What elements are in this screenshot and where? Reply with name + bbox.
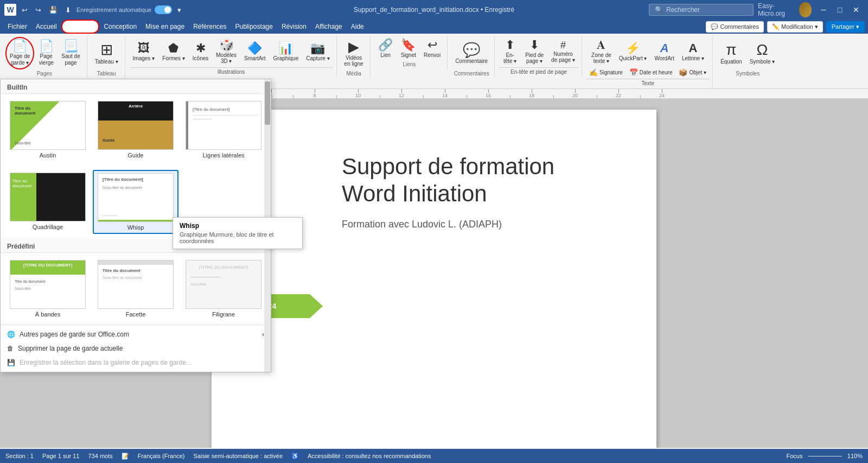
dp-item-filigrane[interactable]: [TITRE DU DOCUMENT] ———————— sous-titre …	[181, 257, 266, 320]
lettrine-button[interactable]: A Lettrine ▾	[679, 40, 707, 64]
modification-button[interactable]: ✏️ Modification ▾	[767, 21, 823, 33]
ribbon-group-symboles: π Équation Ω Symbole ▾ Symboles	[714, 36, 781, 79]
autosave-toggle[interactable]	[155, 5, 172, 14]
quickpart-button[interactable]: ⚡ QuickPart ▾	[616, 40, 650, 64]
title-bar: W ↩ ↪ 💾 ⬇ Enregistrement automatique ▾ S…	[0, 0, 868, 20]
commentaires-button[interactable]: 💬 Commentaires	[706, 21, 764, 33]
quick-access-button[interactable]: ⬇	[63, 5, 73, 15]
save-button[interactable]: 💾	[47, 5, 60, 15]
menu-fichier[interactable]: Fichier	[3, 21, 31, 33]
scrollbar-thumb[interactable]	[265, 81, 270, 125]
dp-item-a-bandes[interactable]: [TITRE DU DOCUMENT] Titre du document So…	[5, 257, 91, 320]
ruler-mark: 14	[434, 89, 456, 98]
capture-button[interactable]: 📷 Capture ▾	[303, 40, 333, 64]
restore-button[interactable]: □	[832, 2, 847, 17]
equation-button[interactable]: π Équation	[717, 37, 745, 69]
dp-thumb-a-bandes: [TITRE DU DOCUMENT] Titre du document So…	[10, 260, 86, 309]
page-vierge-button[interactable]: 📄 Pagevierge	[35, 38, 57, 68]
zone-de-texte-button[interactable]: 𝐀 Zone detexte ▾	[588, 37, 615, 66]
objet-icon: 📦	[679, 69, 687, 76]
status-autocomplete[interactable]: Saisie semi-automatique : activée	[194, 453, 283, 459]
search-box[interactable]: 🔍	[649, 4, 754, 16]
pied-de-page-button[interactable]: ⬇ Pied depage ▾	[522, 37, 547, 66]
page-de-garde-label: Page degarde ▾	[10, 53, 30, 66]
partager-button[interactable]: Partager ▾	[826, 21, 865, 33]
menu-revision[interactable]: Révision	[277, 21, 311, 33]
symboles-group-label: Symboles	[736, 71, 760, 77]
page-vierge-icon: 📄	[39, 40, 54, 52]
date-et-heure-button[interactable]: 📅 Date et heure	[627, 67, 675, 78]
ribbon-group-illustrations: 🖼 Images ▾ ⬟ Formes ▾ ✱ Icônes 🎲 Modèles…	[126, 36, 337, 77]
ruler-mark	[542, 95, 564, 98]
renvoi-button[interactable]: ↩ Renvoi	[420, 37, 444, 60]
minimize-button[interactable]: ─	[816, 2, 831, 17]
accessibility-icon: ♿	[291, 453, 299, 460]
menu-insertion[interactable]: Insertion	[61, 20, 100, 34]
ruler-mark	[456, 95, 477, 98]
ruler-mark	[412, 95, 434, 98]
status-language[interactable]: Français (France)	[138, 453, 185, 459]
dp-thumb-facette: Titre du document Sous-titre du document	[98, 260, 174, 309]
modeles-3d-icon: 🎲	[219, 39, 234, 51]
page-de-garde-button[interactable]: 📄 Page degarde ▾	[5, 37, 34, 69]
status-focus[interactable]: Focus	[787, 453, 803, 459]
dp-label-austin: Austin	[40, 152, 56, 158]
dp-item-guide[interactable]: Arrière Guide Guide	[93, 98, 178, 161]
graphique-button[interactable]: 📊 Graphique	[270, 40, 302, 64]
status-page[interactable]: Page 1 sur 11	[42, 453, 80, 459]
objet-button[interactable]: 📦 Objet ▾	[676, 67, 709, 78]
lien-button[interactable]: 🔗 Lien	[375, 37, 397, 60]
wordart-button[interactable]: A WordArt	[651, 40, 678, 64]
dp-item-whisp[interactable]: [Titre du document] Sous-titre du docume…	[93, 170, 178, 234]
signet-button[interactable]: 🔖 Signet	[398, 37, 419, 60]
menu-aide[interactable]: Aide	[347, 21, 368, 33]
liens-group-label: Liens	[403, 61, 416, 67]
close-button[interactable]: ✕	[848, 2, 864, 17]
dp-autres-pages[interactable]: 🌐 Autres pages de garde sur Office.com ›	[1, 327, 271, 341]
dp-supprimer[interactable]: 🗑 Supprimer la page de garde actuelle	[1, 341, 271, 356]
dp-item-quadrillage[interactable]: Titre dudocument Quadrillage	[5, 170, 91, 234]
undo-button[interactable]: ↩	[20, 5, 30, 15]
smartart-button[interactable]: 🔷 SmartArt	[241, 40, 269, 64]
icones-button[interactable]: ✱ Icônes	[189, 40, 212, 64]
menu-accueil[interactable]: Accueil	[31, 21, 61, 33]
title-bar-right: 🔍 Easy-Micro.org ─ □ ✕	[649, 2, 864, 17]
menu-references[interactable]: Références	[189, 21, 231, 33]
commentaire-button[interactable]: 💬 Commentaire	[452, 37, 491, 69]
avatar[interactable]	[799, 2, 812, 17]
entete-buttons: ⬆ En-tête ▾ ⬇ Pied depage ▾ # Numérode p…	[499, 37, 578, 66]
dp-item-facette[interactable]: Titre du document Sous-titre du document…	[93, 257, 178, 320]
zoom-slider[interactable]: ────────	[808, 453, 842, 459]
site-label: Easy-Micro.org	[758, 2, 795, 17]
status-words[interactable]: 734 mots	[88, 453, 112, 459]
menu-publipostage[interactable]: Publipostage	[231, 21, 277, 33]
menu-conception[interactable]: Conception	[99, 21, 141, 33]
entete-button[interactable]: ⬆ En-tête ▾	[499, 37, 521, 66]
dp-item-austin[interactable]: Titre dudocument Sous-titre Austin	[5, 98, 91, 161]
symboles-buttons: π Équation Ω Symbole ▾	[717, 37, 778, 69]
tableau-button[interactable]: ⊞ Tableau ▾	[92, 37, 122, 69]
saut-de-page-button[interactable]: 📃 Saut depage	[58, 38, 83, 68]
customize-toolbar-button[interactable]: ▾	[175, 5, 183, 15]
menu-affichage[interactable]: Affichage	[311, 21, 347, 33]
images-button[interactable]: 🖼 Images ▾	[130, 40, 158, 64]
search-input[interactable]	[666, 6, 748, 14]
redo-button[interactable]: ↪	[33, 5, 43, 15]
modeles-3d-button[interactable]: 🎲 Modèles3D ▾	[213, 37, 240, 66]
ribbon-group-entete-pied: ⬆ En-tête ▾ ⬇ Pied depage ▾ # Numérode p…	[496, 36, 582, 77]
commentaires-group-label: Commentaires	[454, 71, 489, 77]
signature-button[interactable]: ✍ Signature	[586, 67, 626, 78]
ruler-mark: 24	[651, 89, 673, 98]
dp-label-lignes-laterales: Lignes latérales	[202, 152, 244, 158]
menu-mise-en-page[interactable]: Mise en page	[141, 21, 189, 33]
symbole-button[interactable]: Ω Symbole ▾	[746, 37, 778, 69]
dp-item-lignes-laterales[interactable]: [Titre du document] ————— Lignes latéral…	[181, 98, 266, 161]
ribbon-group-texte: 𝐀 Zone detexte ▾ ⚡ QuickPart ▾ A WordArt…	[583, 36, 713, 88]
status-accessibility[interactable]: Accessibilité : consultez nos recommanda…	[308, 453, 431, 459]
equation-icon: π	[726, 42, 736, 58]
status-zoom[interactable]: 110%	[847, 453, 863, 459]
formes-button[interactable]: ⬟ Formes ▾	[159, 40, 188, 64]
capture-icon: 📷	[310, 42, 325, 54]
numero-de-page-button[interactable]: # Numérode page ▾	[548, 38, 578, 65]
videos-en-ligne-button[interactable]: ▶ Vidéosen ligne	[341, 37, 367, 69]
